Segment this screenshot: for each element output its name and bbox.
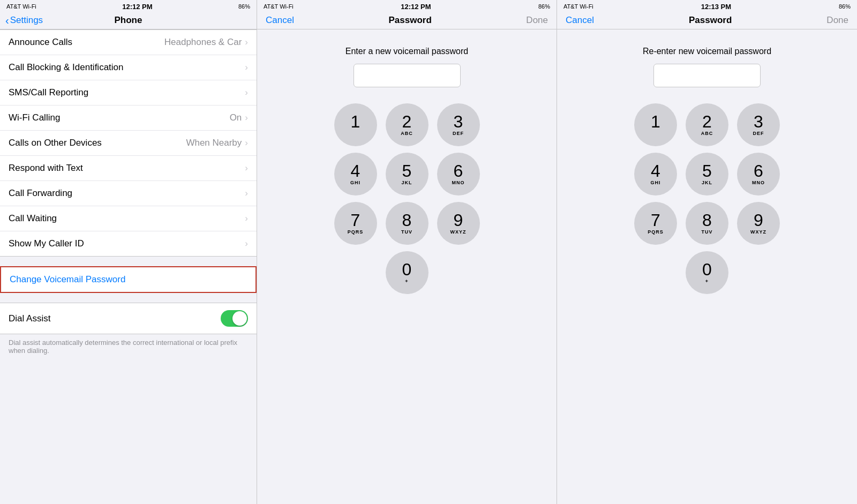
row-right: › [245,87,248,98]
dial-4-middle[interactable]: 4 GHI [334,153,377,195]
settings-group-1: Announce Calls Headphones & Car › Call B… [0,29,257,257]
chevron-right-icon: › [245,188,248,199]
row-left: Announce Calls [9,37,72,48]
done-button-middle[interactable]: Done [526,15,548,26]
dial-3-right[interactable]: 3 DEF [737,103,780,146]
dialpad-right: 1 2 ABC 3 DEF 4 GHI 5 [634,103,780,294]
dial-3-middle[interactable]: 3 DEF [437,103,480,146]
dial-2-right[interactable]: 2 ABC [686,103,728,146]
row-call-blocking[interactable]: Call Blocking & Identification › [0,55,257,80]
back-button[interactable]: ‹ Settings [5,14,43,27]
announce-calls-value: Headphones & Car [164,37,242,48]
chevron-right-icon: › [245,112,248,123]
row-left: Dial Assist [9,313,50,324]
password-input-right[interactable] [653,64,761,87]
row-sms-call-reporting[interactable]: SMS/Call Reporting › [0,80,257,106]
back-chevron-icon: ‹ [5,14,9,27]
dial-num: 8 [702,211,712,230]
respond-with-text-label: Respond with Text [9,163,83,174]
dial-letters: TUV [401,230,412,236]
password-body-right: Re-enter new voicemail password 1 2 ABC … [557,29,857,504]
dial-9-middle[interactable]: 9 WXYZ [437,202,480,245]
row-calls-other-devices[interactable]: Calls on Other Devices When Nearby › [0,131,257,156]
dialpad-middle: 1 2 ABC 3 DEF 4 GHI 5 [334,103,480,294]
chevron-right-icon: › [245,37,248,48]
cancel-button-middle[interactable]: Cancel [266,15,294,26]
password-panel-enter: AT&T Wi-Fi 12:12 PM 86% Cancel Password … [257,0,557,504]
password-nav-middle: Cancel Password Done [257,12,557,29]
dial-5-middle[interactable]: 5 JKL [386,153,428,195]
dial-9-right[interactable]: 9 WXYZ [737,202,780,245]
done-button-right[interactable]: Done [826,15,848,26]
call-waiting-label: Call Waiting [9,213,57,224]
row-right: › [245,238,248,249]
dial-assist-toggle[interactable] [221,310,248,327]
settings-group-voicemail: Change Voicemail Password [0,266,257,293]
dial-letters [355,131,357,137]
row-right [221,310,248,327]
row-call-waiting[interactable]: Call Waiting › [0,206,257,231]
dial-letters: DEF [753,131,764,137]
show-caller-id-label: Show My Caller ID [9,238,84,249]
dial-num: 3 [454,112,463,131]
dial-8-middle[interactable]: 8 TUV [386,202,428,245]
status-bar-middle: AT&T Wi-Fi 12:12 PM 86% [257,0,557,12]
dialpad-row-3: 7 PQRS 8 TUV 9 WXYZ [334,202,480,245]
dial-letters: ABC [701,131,713,137]
dial-4-right[interactable]: 4 GHI [634,153,677,195]
dial-7-right[interactable]: 7 PQRS [634,202,677,245]
calls-other-devices-label: Calls on Other Devices [9,138,102,148]
row-respond-with-text[interactable]: Respond with Text › [0,156,257,181]
dial-num: 8 [402,211,412,230]
row-right: › [245,163,248,174]
settings-panel: AT&T Wi-Fi 12:12 PM 86% ‹ Settings Phone… [0,0,257,504]
row-left: Respond with Text [9,163,83,174]
row-show-caller-id[interactable]: Show My Caller ID › [0,231,257,256]
dial-2-middle[interactable]: 2 ABC [386,103,428,146]
dial-letters: MNO [752,180,765,186]
row-wifi-calling[interactable]: Wi-Fi Calling On › [0,106,257,131]
dial-num: 7 [351,211,360,230]
password-input-middle[interactable] [354,64,461,87]
chevron-right-icon: › [245,87,248,98]
battery-right: 86% [839,3,851,10]
dial-1-middle[interactable]: 1 [334,103,377,146]
row-dial-assist[interactable]: Dial Assist [0,303,257,334]
dial-num: 2 [702,112,712,131]
dial-num: 0 [702,260,712,279]
row-left: Call Blocking & Identification [9,62,124,73]
call-blocking-label: Call Blocking & Identification [9,62,124,73]
dialpad-row-1: 1 2 ABC 3 DEF [334,103,480,146]
password-panel-reenter: AT&T Wi-Fi 12:13 PM 86% Cancel Password … [557,0,857,504]
time-right: 12:13 PM [701,3,731,11]
carrier-left: AT&T Wi-Fi [6,3,36,10]
row-left: Show My Caller ID [9,238,84,249]
dial-0-right[interactable]: 0 + [686,251,728,294]
dial-1-right[interactable]: 1 [634,103,677,146]
row-left: Call Waiting [9,213,57,224]
time-middle: 12:12 PM [401,3,431,11]
dial-7-middle[interactable]: 7 PQRS [334,202,377,245]
dial-assist-description: Dial assist automatically determines the… [0,334,257,361]
row-announce-calls[interactable]: Announce Calls Headphones & Car › [0,30,257,55]
row-change-voicemail[interactable]: Change Voicemail Password [1,267,255,292]
cancel-button-right[interactable]: Cancel [566,15,594,26]
row-call-forwarding[interactable]: Call Forwarding › [0,181,257,206]
dial-8-right[interactable]: 8 TUV [686,202,728,245]
dial-6-middle[interactable]: 6 MNO [437,153,480,195]
wifi-calling-label: Wi-Fi Calling [9,112,60,123]
password-title-right: Password [689,15,732,26]
dial-6-right[interactable]: 6 MNO [737,153,780,195]
battery-left: 86% [238,3,250,10]
dialpad-row-1: 1 2 ABC 3 DEF [634,103,780,146]
dial-num: 6 [454,162,463,180]
row-right: › [245,62,248,73]
dial-5-right[interactable]: 5 JKL [686,153,728,195]
page-title: Phone [115,15,142,26]
chevron-right-icon: › [245,62,248,73]
announce-calls-label: Announce Calls [9,37,72,48]
dial-letters: ABC [401,131,413,137]
chevron-right-icon: › [245,138,248,148]
dial-0-middle[interactable]: 0 + [386,251,428,294]
dial-num: 5 [402,162,412,180]
